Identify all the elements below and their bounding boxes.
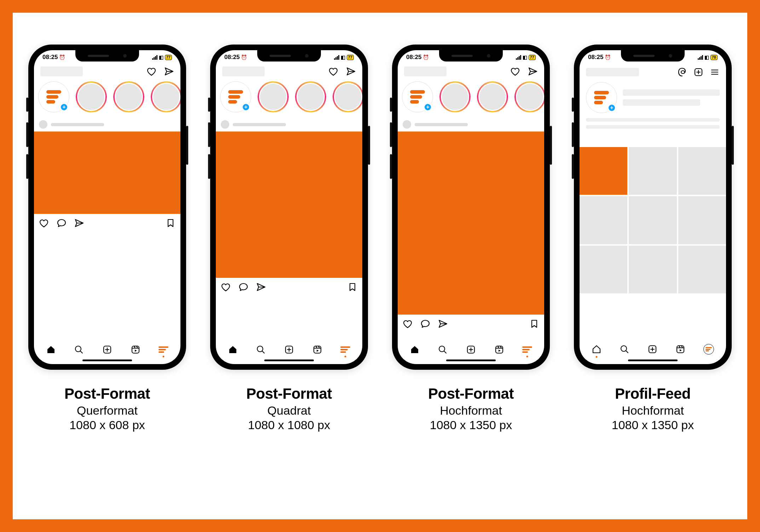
your-story[interactable]: + [38,81,69,112]
nav-search[interactable] [620,344,629,354]
home-indicator[interactable] [82,359,132,361]
share-icon[interactable] [438,319,448,329]
activity-heart-icon[interactable] [510,66,520,76]
stories-row[interactable]: + [34,80,180,117]
story-item[interactable] [477,81,508,112]
messages-send-icon[interactable] [164,66,174,76]
nav-add[interactable] [284,345,294,355]
save-bookmark-icon[interactable] [166,218,175,228]
add-story-badge[interactable]: + [60,103,68,111]
nav-add[interactable] [647,344,657,354]
diagram-canvas: 08:25 ⏰ ◧ 77 [13,13,747,519]
nav-search[interactable] [438,345,448,355]
comment-icon[interactable] [57,218,67,228]
profile-avatar[interactable]: + [586,82,617,113]
like-icon[interactable] [403,319,413,329]
grid-post[interactable] [678,246,726,293]
comment-icon[interactable] [238,282,248,292]
nav-add[interactable] [466,345,476,355]
home-indicator[interactable] [446,359,496,361]
menu-icon[interactable] [710,67,720,77]
status-time: 08:25 [588,54,603,61]
app-topbar [398,64,544,80]
alarm-icon: ⏰ [423,54,429,60]
story-item[interactable] [76,81,107,112]
nav-home[interactable] [46,345,56,355]
wifi-icon: ◧ [159,54,163,60]
story-item[interactable] [295,81,326,112]
home-indicator[interactable] [628,359,678,361]
status-time: 08:25 [42,54,58,61]
like-icon[interactable] [39,218,49,228]
add-story-badge[interactable]: + [242,103,250,111]
post-image-landscape[interactable] [34,131,180,214]
story-item[interactable] [151,81,180,112]
caption-landscape: Post-Format Querformat 1080 x 608 px [64,385,150,432]
nav-reels[interactable] [131,345,140,355]
nav-add[interactable] [102,345,112,355]
messages-send-icon[interactable] [528,66,538,76]
nav-home[interactable] [410,345,420,355]
grid-post[interactable] [678,147,726,195]
story-item[interactable] [113,81,144,112]
grid-post[interactable] [629,147,676,195]
post-author-avatar[interactable] [39,120,47,129]
create-icon[interactable] [693,67,703,77]
threads-icon[interactable] [677,67,687,77]
bottom-nav [34,340,180,357]
nav-home[interactable] [592,344,601,354]
messages-send-icon[interactable] [346,66,356,76]
share-icon[interactable] [256,282,266,292]
grid-post[interactable] [629,246,676,293]
your-story[interactable]: + [220,81,251,112]
nav-search[interactable] [74,345,84,355]
activity-heart-icon[interactable] [328,66,338,76]
nav-reels[interactable] [675,344,685,354]
nav-reels[interactable] [494,345,504,355]
story-item[interactable] [439,81,471,112]
nav-profile[interactable] [159,345,168,354]
nav-reels[interactable] [312,345,322,355]
post-author-avatar[interactable] [403,120,411,129]
post-image-square[interactable] [216,131,362,278]
comment-icon[interactable] [420,319,430,329]
nav-search[interactable] [256,345,266,355]
activity-heart-icon[interactable] [146,66,156,76]
share-icon[interactable] [74,218,84,228]
post-header[interactable] [216,117,362,131]
grid-post[interactable] [580,196,627,244]
nav-profile[interactable] [340,345,350,354]
add-story-badge[interactable]: + [608,104,616,112]
save-bookmark-icon[interactable] [347,282,357,292]
home-indicator[interactable] [264,359,314,361]
post-image-portrait[interactable] [398,131,544,315]
col-portrait: 08:25 ⏰ ◧ 77 [392,45,550,432]
brand-logo-icon [46,89,61,105]
like-icon[interactable] [221,282,231,292]
post-author-name-placeholder [415,123,468,126]
nav-profile-active[interactable] [703,344,714,355]
grid-post[interactable] [629,196,676,244]
post-header[interactable] [398,117,544,131]
caption-title: Post-Format [64,385,150,402]
add-story-badge[interactable]: + [424,103,432,111]
your-story[interactable]: + [402,81,433,112]
story-item[interactable] [514,81,544,112]
grid-post[interactable] [580,246,627,293]
battery-badge: 77 [347,55,354,60]
save-bookmark-icon[interactable] [529,319,539,329]
grid-post-highlight[interactable] [580,147,627,195]
nav-home[interactable] [228,345,238,355]
post-author-avatar[interactable] [221,120,229,129]
stories-row[interactable]: + [216,80,362,117]
post-header[interactable] [34,117,180,131]
status-time: 08:25 [224,54,240,61]
signal-icon [334,55,339,60]
stories-row[interactable]: + [398,80,544,117]
caption-dims: 1080 x 1350 px [612,418,694,432]
story-item[interactable] [258,81,289,112]
grid-post[interactable] [678,196,726,244]
username-placeholder[interactable] [586,68,639,76]
nav-profile[interactable] [522,345,532,354]
story-item[interactable] [333,81,362,112]
